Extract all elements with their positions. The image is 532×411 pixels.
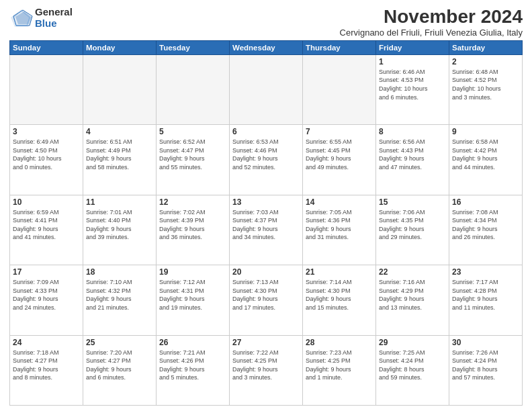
day-number: 17 — [13, 267, 80, 277]
day-info: Sunrise: 7:08 AM Sunset: 4:34 PM Dayligh… — [452, 208, 519, 242]
location-subtitle: Cervignano del Friuli, Friuli Venezia Gi… — [340, 28, 523, 38]
day-number: 26 — [159, 338, 226, 347]
day-number: 11 — [86, 197, 153, 207]
logo-general-text: General — [35, 7, 73, 18]
day-info: Sunrise: 6:55 AM Sunset: 4:45 PM Dayligh… — [306, 138, 373, 171]
day-info: Sunrise: 7:13 AM Sunset: 4:30 PM Dayligh… — [232, 278, 300, 312]
day-info: Sunrise: 7:02 AM Sunset: 4:39 PM Dayligh… — [159, 208, 226, 242]
day-info: Sunrise: 6:52 AM Sunset: 4:47 PM Dayligh… — [159, 138, 226, 171]
day-info: Sunrise: 7:26 AM Sunset: 4:24 PM Dayligh… — [452, 349, 519, 382]
day-number: 13 — [232, 197, 300, 207]
day-number: 19 — [159, 267, 226, 277]
day-number: 12 — [159, 197, 226, 207]
day-info: Sunrise: 7:01 AM Sunset: 4:40 PM Dayligh… — [86, 208, 153, 242]
logo-icon — [9, 8, 34, 28]
day-info: Sunrise: 7:25 AM Sunset: 4:24 PM Dayligh… — [379, 349, 446, 382]
day-info: Sunrise: 7:14 AM Sunset: 4:30 PM Dayligh… — [306, 278, 373, 312]
calendar-cell: 19Sunrise: 7:12 AM Sunset: 4:31 PM Dayli… — [157, 265, 230, 335]
day-info: Sunrise: 7:17 AM Sunset: 4:28 PM Dayligh… — [452, 278, 519, 312]
calendar-week-3: 10Sunrise: 6:59 AM Sunset: 4:41 PM Dayli… — [10, 195, 523, 265]
day-info: Sunrise: 6:49 AM Sunset: 4:50 PM Dayligh… — [13, 138, 80, 171]
calendar-table: Sunday Monday Tuesday Wednesday Thursday… — [9, 40, 523, 406]
day-number: 7 — [306, 127, 373, 136]
day-info: Sunrise: 7:18 AM Sunset: 4:27 PM Dayligh… — [13, 349, 80, 382]
calendar-week-4: 17Sunrise: 7:09 AM Sunset: 4:33 PM Dayli… — [10, 265, 523, 335]
header: General Blue November 2024 Cervignano de… — [9, 7, 523, 38]
day-number: 28 — [306, 338, 373, 347]
day-info: Sunrise: 7:12 AM Sunset: 4:31 PM Dayligh… — [159, 278, 226, 312]
day-info: Sunrise: 7:03 AM Sunset: 4:37 PM Dayligh… — [232, 208, 300, 242]
day-info: Sunrise: 7:20 AM Sunset: 4:27 PM Dayligh… — [86, 349, 153, 382]
calendar-cell: 13Sunrise: 7:03 AM Sunset: 4:37 PM Dayli… — [230, 195, 303, 265]
calendar-cell: 6Sunrise: 6:53 AM Sunset: 4:46 PM Daylig… — [230, 125, 303, 195]
day-number: 18 — [86, 267, 153, 277]
day-info: Sunrise: 7:21 AM Sunset: 4:26 PM Dayligh… — [159, 349, 226, 382]
calendar-cell: 18Sunrise: 7:10 AM Sunset: 4:32 PM Dayli… — [83, 265, 157, 335]
calendar-cell: 12Sunrise: 7:02 AM Sunset: 4:39 PM Dayli… — [157, 195, 230, 265]
day-info: Sunrise: 7:09 AM Sunset: 4:33 PM Dayligh… — [13, 278, 80, 312]
calendar-cell: 5Sunrise: 6:52 AM Sunset: 4:47 PM Daylig… — [157, 125, 230, 195]
day-number: 10 — [13, 197, 80, 207]
calendar-cell: 28Sunrise: 7:23 AM Sunset: 4:25 PM Dayli… — [303, 335, 376, 405]
day-number: 3 — [13, 127, 80, 136]
col-tuesday: Tuesday — [157, 40, 230, 54]
day-info: Sunrise: 6:46 AM Sunset: 4:53 PM Dayligh… — [379, 68, 446, 101]
day-number: 25 — [86, 338, 153, 347]
calendar-cell: 10Sunrise: 6:59 AM Sunset: 4:41 PM Dayli… — [10, 195, 83, 265]
calendar-cell — [83, 54, 157, 124]
calendar-cell: 17Sunrise: 7:09 AM Sunset: 4:33 PM Dayli… — [10, 265, 83, 335]
day-info: Sunrise: 6:58 AM Sunset: 4:42 PM Dayligh… — [452, 138, 519, 171]
day-info: Sunrise: 6:59 AM Sunset: 4:41 PM Dayligh… — [13, 208, 80, 242]
day-number: 16 — [452, 197, 519, 207]
day-number: 14 — [306, 197, 373, 207]
calendar-week-1: 1Sunrise: 6:46 AM Sunset: 4:53 PM Daylig… — [10, 54, 523, 124]
day-number: 8 — [379, 127, 446, 136]
day-info: Sunrise: 7:23 AM Sunset: 4:25 PM Dayligh… — [306, 349, 373, 382]
calendar-week-2: 3Sunrise: 6:49 AM Sunset: 4:50 PM Daylig… — [10, 125, 523, 195]
day-number: 4 — [86, 127, 153, 136]
calendar-cell: 23Sunrise: 7:17 AM Sunset: 4:28 PM Dayli… — [449, 265, 523, 335]
day-number: 2 — [452, 57, 519, 66]
calendar-cell: 26Sunrise: 7:21 AM Sunset: 4:26 PM Dayli… — [157, 335, 230, 405]
calendar-cell: 8Sunrise: 6:56 AM Sunset: 4:43 PM Daylig… — [376, 125, 449, 195]
day-info: Sunrise: 7:22 AM Sunset: 4:25 PM Dayligh… — [232, 349, 300, 382]
day-number: 24 — [13, 338, 80, 347]
col-wednesday: Wednesday — [230, 40, 303, 54]
calendar-cell: 16Sunrise: 7:08 AM Sunset: 4:34 PM Dayli… — [449, 195, 523, 265]
calendar-cell: 3Sunrise: 6:49 AM Sunset: 4:50 PM Daylig… — [10, 125, 83, 195]
day-number: 15 — [379, 197, 446, 207]
calendar-cell: 22Sunrise: 7:16 AM Sunset: 4:29 PM Dayli… — [376, 265, 449, 335]
day-number: 20 — [232, 267, 300, 277]
calendar-cell: 21Sunrise: 7:14 AM Sunset: 4:30 PM Dayli… — [303, 265, 376, 335]
day-number: 5 — [159, 127, 226, 136]
day-info: Sunrise: 7:06 AM Sunset: 4:35 PM Dayligh… — [379, 208, 446, 242]
day-info: Sunrise: 6:53 AM Sunset: 4:46 PM Dayligh… — [232, 138, 300, 171]
calendar-cell: 4Sunrise: 6:51 AM Sunset: 4:49 PM Daylig… — [83, 125, 157, 195]
calendar-cell: 27Sunrise: 7:22 AM Sunset: 4:25 PM Dayli… — [230, 335, 303, 405]
calendar-cell: 2Sunrise: 6:48 AM Sunset: 4:52 PM Daylig… — [449, 54, 523, 124]
page: General Blue November 2024 Cervignano de… — [0, 0, 532, 411]
day-number: 9 — [452, 127, 519, 136]
col-sunday: Sunday — [10, 40, 83, 54]
calendar-cell: 20Sunrise: 7:13 AM Sunset: 4:30 PM Dayli… — [230, 265, 303, 335]
calendar-cell — [230, 54, 303, 124]
day-number: 21 — [306, 267, 373, 277]
day-number: 30 — [452, 338, 519, 347]
day-info: Sunrise: 7:16 AM Sunset: 4:29 PM Dayligh… — [379, 278, 446, 312]
header-row: Sunday Monday Tuesday Wednesday Thursday… — [10, 40, 523, 54]
calendar-cell: 15Sunrise: 7:06 AM Sunset: 4:35 PM Dayli… — [376, 195, 449, 265]
calendar-cell: 30Sunrise: 7:26 AM Sunset: 4:24 PM Dayli… — [449, 335, 523, 405]
col-friday: Friday — [376, 40, 449, 54]
day-info: Sunrise: 7:05 AM Sunset: 4:36 PM Dayligh… — [306, 208, 373, 242]
col-saturday: Saturday — [449, 40, 523, 54]
day-number: 23 — [452, 267, 519, 277]
day-number: 29 — [379, 338, 446, 347]
month-title: November 2024 — [340, 7, 523, 28]
calendar-cell — [157, 54, 230, 124]
calendar-cell: 11Sunrise: 7:01 AM Sunset: 4:40 PM Dayli… — [83, 195, 157, 265]
calendar-cell: 29Sunrise: 7:25 AM Sunset: 4:24 PM Dayli… — [376, 335, 449, 405]
day-info: Sunrise: 6:56 AM Sunset: 4:43 PM Dayligh… — [379, 138, 446, 171]
day-info: Sunrise: 6:51 AM Sunset: 4:49 PM Dayligh… — [86, 138, 153, 171]
calendar-cell: 7Sunrise: 6:55 AM Sunset: 4:45 PM Daylig… — [303, 125, 376, 195]
day-number: 6 — [232, 127, 300, 136]
